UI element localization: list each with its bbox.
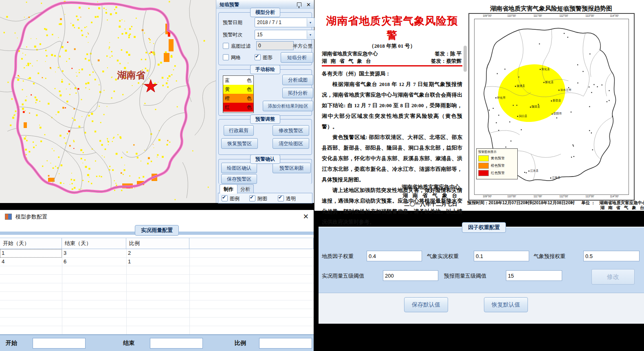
obs-weight-input[interactable]: [474, 251, 529, 261]
add-analysis-result-button[interactable]: 添加分析结果到绘区: [263, 101, 313, 111]
clear-draw-area-button[interactable]: 清空绘图区: [273, 138, 309, 149]
application-window: 湖南省 短临预警 ✕ 模型分析 预警日期 2018 / 7 / 1 ▼ 预警时次…: [0, 0, 644, 351]
modify-warning-area-button[interactable]: 修改预警区: [273, 125, 309, 136]
gis-map-canvas[interactable]: 湖南省: [0, 0, 216, 203]
analysis-to-map-button[interactable]: 分析成图: [282, 75, 313, 85]
color-item-red[interactable]: 红 色: [223, 103, 253, 112]
transparent-checkbox[interactable]: [278, 195, 284, 201]
end-input[interactable]: [150, 338, 203, 349]
unit-label: 单位 ：: [581, 200, 595, 210]
chevron-down-icon[interactable]: ▼: [307, 31, 314, 39]
start-label: 开始: [6, 340, 17, 347]
footer-orgs: 湖南省地质灾害应急中心 湖 南 省 气 象 台: [599, 200, 644, 210]
filter-area-input[interactable]: [256, 41, 294, 50]
forecast-threshold-label: 预报雨量五级阈值: [444, 272, 486, 280]
color-name: 黄: [225, 86, 230, 93]
lon-tick: 113°00′: [585, 14, 594, 17]
pin-icon[interactable]: [297, 2, 301, 7]
basemap-filter-checkbox[interactable]: [223, 43, 229, 49]
county-label: 洞口县: [519, 115, 528, 118]
warning-time-select[interactable]: 15 ▼: [255, 30, 314, 40]
short-term-analysis-button[interactable]: 短临分析: [281, 52, 313, 63]
admin-clip-button[interactable]: 行政裁剪: [224, 125, 254, 136]
dialog-titlebar[interactable]: 模型参数配置 ✕: [0, 210, 314, 223]
grid-label: 网格: [231, 54, 241, 61]
legend-label: 橙色预警: [491, 163, 505, 168]
legend-item-yellow: 黄色预警: [478, 155, 516, 161]
document-scrollbar-thumb[interactable]: [464, 46, 467, 72]
warning-time-value: 15: [257, 32, 262, 38]
document-issue-number: （2018 年第 01 号）: [322, 42, 462, 50]
obs-weight-label: 气象实况权重: [427, 253, 459, 260]
color-item-yellow[interactable]: 黄 色: [223, 85, 253, 94]
shape-checkbox[interactable]: [255, 54, 261, 60]
transparent-checkbox-label: 透明: [286, 195, 296, 202]
attach-map-checkbox[interactable]: [249, 195, 255, 201]
tab-analysis[interactable]: 分析: [237, 184, 254, 194]
ratio-input[interactable]: [259, 338, 312, 349]
cell-ratio[interactable]: 2: [126, 249, 189, 258]
lon-tick: 114°00′: [610, 14, 618, 17]
cell-end[interactable]: 3: [62, 249, 126, 258]
color-item-blue[interactable]: 蓝 色: [223, 76, 253, 85]
close-icon[interactable]: ✕: [303, 212, 309, 221]
restore-defaults-button[interactable]: 恢复默认值: [484, 297, 528, 312]
document-paragraph: 黄色预警区域: 邵阳市双清区、大祥区、北塔区、邵东县西部、新邵县、邵阳县、隆回县…: [322, 132, 462, 185]
make-tab-content: 图例 附图 透明: [218, 193, 312, 203]
warning-area-refresh-button[interactable]: 预警区刷新: [273, 163, 311, 173]
cell-start[interactable]: 1: [0, 249, 62, 258]
color-name: 红: [225, 104, 230, 111]
signature-org2: 湖 南 省 气 象 台: [402, 191, 460, 200]
dialog-title: 模型参数配置: [15, 213, 303, 221]
document-signature-block: 湖南省地质灾害应急中心 湖 南 省 气 象 台 二〇一八年十二月七日: [402, 183, 460, 208]
modify-button[interactable]: 修改: [591, 269, 635, 285]
longitude-ticks-bottom: 109°00′ 110°00′ 111°00′ 112°00′ 113°00′ …: [475, 195, 628, 199]
warning-date-select[interactable]: 2018 / 7 / 1 ▼: [255, 18, 314, 27]
color-item-orange[interactable]: 橙 色: [223, 94, 253, 103]
county-label: 冷水江市: [560, 88, 571, 92]
forecast-weight-input[interactable]: [583, 251, 640, 261]
model-config-icon: [5, 214, 12, 220]
county-label: 江华县: [552, 176, 560, 179]
cell-ratio[interactable]: 1: [126, 258, 189, 266]
start-input[interactable]: [33, 338, 86, 349]
tab-make[interactable]: 制作: [220, 184, 237, 194]
lon-tick: 111°00′: [534, 14, 542, 17]
close-icon[interactable]: ✕: [306, 2, 311, 7]
chevron-down-icon[interactable]: ▼: [307, 18, 314, 26]
cell-end[interactable]: 6: [62, 258, 126, 266]
col-ratio[interactable]: 比例: [126, 238, 189, 249]
table-row[interactable]: 1 3 2: [0, 249, 314, 258]
geo-weight-input[interactable]: [367, 251, 422, 261]
shape-label: 图形: [263, 54, 273, 61]
topology-analysis-button[interactable]: 拓扑分析: [282, 88, 313, 98]
warning-adjust-group-label: 预警调整: [250, 115, 280, 124]
footer-org2: 湖 南 省 气 象 台: [600, 205, 644, 210]
basemap-filter-label: 底图过滤: [231, 43, 251, 50]
forecast-threshold-input[interactable]: [506, 270, 562, 281]
save-defaults-button[interactable]: 保存默认值: [404, 297, 448, 312]
col-end[interactable]: 结束（天）: [62, 238, 126, 249]
document-salutation: 各有关市（州）国土资源局：: [322, 68, 462, 79]
legend-checkbox[interactable]: [222, 195, 228, 201]
trend-map-panel: 湖南省地质灾害气象风险短临预警预报趋势图 109°00′ 110°00′ 111…: [467, 2, 635, 210]
table-row[interactable]: 4 6 1: [0, 258, 314, 266]
legend-checkbox-label: 图例: [230, 195, 240, 202]
grid-checkbox[interactable]: [223, 54, 229, 60]
model-analysis-group: 模型分析 预警日期 2018 / 7 / 1 ▼ 预警时次 15 ▼ 底图过滤 …: [218, 12, 312, 65]
obs-threshold-label: 实况雨量五级阈值: [322, 272, 364, 280]
warning-confirm-group-label: 预警确认: [250, 155, 280, 164]
col-start[interactable]: 开始（天）: [0, 238, 62, 249]
table-body[interactable]: 1 3 2 4 6 1: [0, 249, 314, 334]
restore-warning-area-button[interactable]: 恢复预警区: [221, 138, 258, 149]
model-analysis-group-label: 模型分析: [250, 8, 280, 17]
rainfall-config-group-label: 实况雨量配置: [135, 225, 179, 236]
cell-start[interactable]: 4: [0, 258, 62, 266]
obs-threshold-input[interactable]: [383, 270, 438, 281]
county-label: 新化县: [545, 80, 554, 84]
draw-area-confirm-button[interactable]: 绘图区确认: [221, 163, 257, 173]
signature-org1: 湖南省地质灾害应急中心: [402, 183, 460, 191]
document-title: 湖南省地质灾害气象风险预警: [322, 14, 462, 42]
save-warning-area-button[interactable]: 保存预警区: [221, 174, 257, 184]
red-divider-rule: [322, 65, 462, 66]
